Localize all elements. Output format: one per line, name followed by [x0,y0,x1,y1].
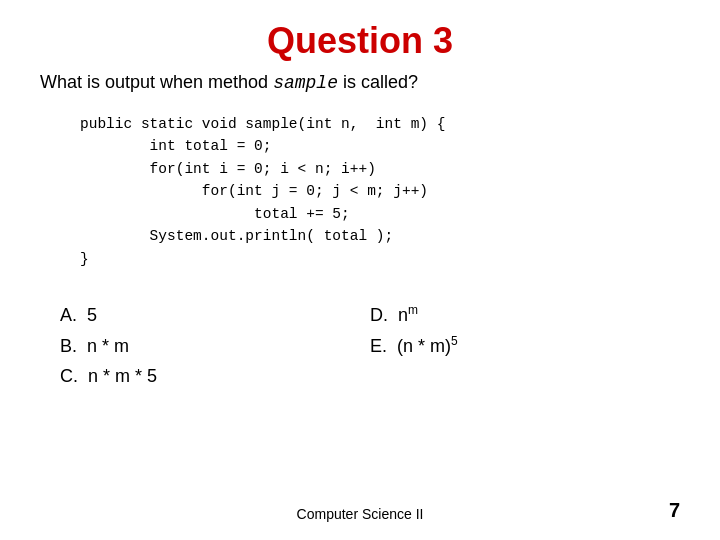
page: Question 3 What is output when method sa… [0,0,720,540]
page-title: Question 3 [40,20,680,62]
answer-c: C. n * m * 5 [60,361,370,392]
code-block: public static void sample(int n, int m) … [80,113,680,270]
answers-left: A. 5 B. n * m C. n * m * 5 [60,300,370,392]
answer-b: B. n * m [60,331,370,362]
answers-right: D. nm E. (n * m)5 [370,300,680,392]
footer: Computer Science II [0,506,720,522]
subtitle: What is output when method sample is cal… [40,72,680,93]
subtitle-suffix: is called? [338,72,418,92]
page-number: 7 [669,499,680,522]
subtitle-method: sample [273,73,338,93]
footer-text: Computer Science II [297,506,424,522]
answers-section: A. 5 B. n * m C. n * m * 5 D. nm E. (n *… [60,300,680,392]
answer-a: A. 5 [60,300,370,331]
answer-e: E. (n * m)5 [370,331,680,362]
subtitle-prefix: What is output when method [40,72,273,92]
answer-d: D. nm [370,300,680,331]
